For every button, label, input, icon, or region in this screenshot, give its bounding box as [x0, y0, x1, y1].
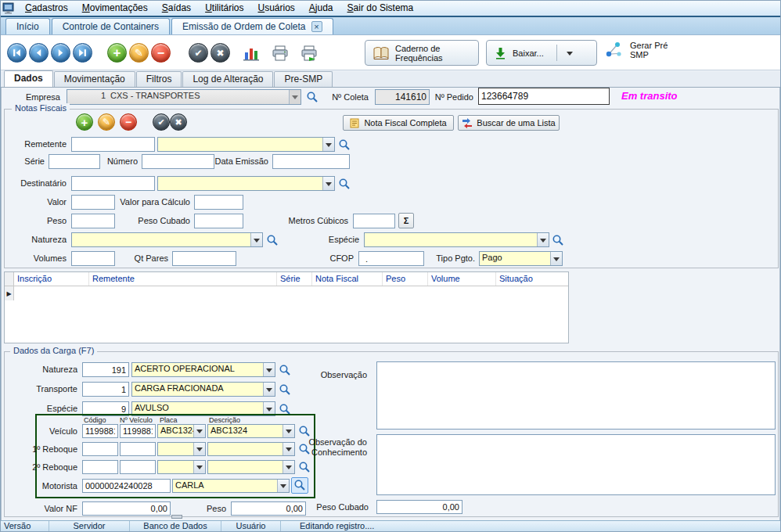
tab-emissao-de-ordem-de-coleta[interactable]: Emissão de Ordem de Coleta × [171, 18, 333, 34]
remetente-search-icon[interactable] [338, 138, 351, 151]
serie-input[interactable] [49, 154, 100, 169]
reboque2-descricao-combo[interactable] [207, 460, 295, 474]
data-emissao-input[interactable] [272, 154, 350, 169]
notas-delete-button[interactable]: − [120, 113, 137, 131]
peso-input[interactable] [71, 214, 115, 228]
baixar-button[interactable]: Baixar... [486, 40, 597, 66]
caderno-frequencias-button[interactable]: Caderno deFrequências [365, 40, 479, 66]
remetente-label: Remetente [24, 139, 67, 149]
remetente-combo[interactable] [157, 137, 335, 152]
carga-natureza-combo[interactable]: ACERTO OPERACIONAL [131, 362, 275, 377]
observacao-textarea[interactable] [376, 361, 776, 430]
reboque1-placa-combo[interactable] [157, 442, 206, 456]
veiculo-search-icon[interactable] [298, 425, 311, 437]
valor-nf-input[interactable] [82, 501, 171, 516]
remetente-input[interactable] [71, 137, 155, 152]
qt-pares-input[interactable] [172, 251, 236, 266]
subtab-movimentacao[interactable]: Movimentação [54, 71, 135, 87]
reboque2-placa-combo[interactable] [157, 460, 206, 474]
obs-conhecimento-label: Observação do Conhecimento [304, 437, 367, 458]
reboque2-codigo-input[interactable] [82, 460, 118, 474]
volumes-input[interactable] [71, 251, 115, 266]
valor-input[interactable] [71, 195, 115, 210]
carga-peso-cubado-input[interactable] [376, 500, 462, 514]
table-row[interactable]: ▶ [5, 286, 568, 300]
menu-item-ajuda[interactable]: Ajuda [302, 1, 340, 16]
reboque1-codigo-input[interactable] [82, 442, 118, 456]
reboque2-search-icon[interactable] [298, 461, 311, 473]
menu-item-usuarios[interactable]: Usuários [250, 1, 301, 16]
add-record-button[interactable]: + [107, 43, 127, 63]
cancel-button[interactable]: ✖ [211, 43, 230, 63]
subtab-pre-smp[interactable]: Pre-SMP [274, 71, 333, 87]
nav-last-button[interactable] [73, 43, 92, 63]
tab-controle-de-containers[interactable]: Controle de Containers [52, 18, 170, 34]
pedido-input[interactable] [478, 88, 610, 105]
carga-natureza-search-icon[interactable] [279, 364, 291, 376]
reboque2-numero-input[interactable] [120, 460, 156, 474]
valor-label: Valor [47, 197, 67, 207]
reboque1-numero-input[interactable] [120, 442, 156, 456]
empresa-combo[interactable]: 1 CXS - TRANSPORTES [67, 89, 301, 105]
menu-item-saidas[interactable]: Saídas [155, 1, 198, 16]
sigma-button[interactable]: Σ [398, 213, 414, 228]
transporte-combo[interactable]: CARGA FRACIONADA [131, 382, 275, 397]
tab-inicio[interactable]: Início [5, 18, 50, 34]
menu-item-cadastros[interactable]: Cadastros [18, 1, 75, 16]
motorista-search-icon[interactable] [293, 479, 306, 491]
buscar-lista-button[interactable]: Buscar de uma Lista [458, 115, 560, 131]
nav-first-button[interactable] [7, 43, 27, 63]
confirm-button[interactable]: ✔ [189, 43, 208, 63]
destinatario-search-icon[interactable] [338, 178, 351, 190]
motorista-combo[interactable]: CARLA [172, 479, 290, 493]
obs-conhecimento-textarea[interactable] [376, 434, 776, 495]
cfop-input[interactable] [358, 251, 424, 266]
next-record-icon [56, 49, 65, 57]
empresa-search-icon[interactable] [306, 91, 319, 103]
statusbar: Versão Servidor Banco de Dados Usuário E… [1, 520, 780, 531]
motorista-codigo-input[interactable] [82, 479, 171, 493]
destinatario-combo[interactable] [157, 176, 335, 191]
chart-button[interactable] [239, 41, 263, 65]
metros-cubicos-input[interactable] [353, 214, 395, 228]
especie-combo[interactable] [364, 232, 549, 247]
carga-natureza-code-input[interactable] [82, 362, 129, 377]
notas-confirm-button[interactable]: ✔ [153, 113, 170, 131]
nav-next-button[interactable] [51, 43, 70, 63]
print-button[interactable] [268, 41, 292, 65]
natureza-combo[interactable] [71, 232, 263, 247]
numero-input[interactable] [142, 154, 214, 169]
tab-close-icon[interactable]: × [311, 21, 322, 32]
transporte-search-icon[interactable] [279, 383, 291, 396]
notas-edit-button[interactable]: ✎ [98, 113, 115, 131]
chevron-down-icon [289, 90, 301, 104]
subtab-filtros[interactable]: Filtros [136, 71, 182, 87]
notas-add-button[interactable]: + [76, 113, 93, 131]
veiculo-codigo-input[interactable] [82, 424, 118, 438]
carga-peso-input[interactable] [231, 501, 306, 516]
chevron-down-icon [193, 443, 205, 455]
veiculo-numero-input[interactable] [120, 424, 156, 438]
nota-fiscal-completa-button[interactable]: Nota Fiscal Completa [343, 115, 454, 131]
veiculo-descricao-combo[interactable]: ABC1324 [207, 424, 295, 438]
transporte-code-input[interactable] [82, 382, 129, 397]
delete-record-button[interactable]: − [151, 43, 171, 63]
subtab-dados[interactable]: Dados [4, 70, 53, 87]
valor-calculo-input[interactable] [194, 195, 243, 210]
destinatario-input[interactable] [71, 176, 155, 191]
nav-prev-button[interactable] [29, 43, 49, 63]
notas-cancel-button[interactable]: ✖ [170, 113, 187, 131]
peso-cubado-input[interactable] [194, 214, 243, 228]
menu-item-movimentacoes[interactable]: Movimentações [75, 1, 155, 16]
menu-item-utilitarios[interactable]: Utilitários [198, 1, 250, 16]
edit-record-button[interactable]: ✎ [129, 43, 149, 63]
tipo-pgto-combo[interactable]: Pago [479, 251, 563, 266]
reboque1-descricao-combo[interactable] [207, 442, 295, 456]
natureza-search-icon[interactable] [266, 234, 279, 246]
gerar-pre-smp-button[interactable]: Gerar PréSMP [605, 41, 668, 59]
print-send-button[interactable] [297, 41, 321, 65]
menu-item-sair-do-sistema[interactable]: Sair do Sistema [340, 1, 421, 16]
veiculo-placa-combo[interactable]: ABC1324 [157, 424, 206, 438]
especie-search-icon[interactable] [552, 234, 564, 246]
subtab-log-de-alteracao[interactable]: Log de Alteração [182, 71, 273, 87]
